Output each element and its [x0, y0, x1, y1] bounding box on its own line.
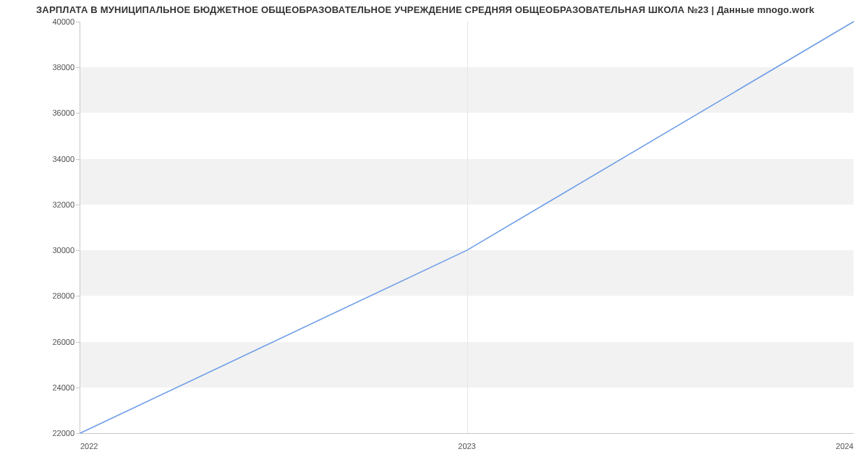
y-tick-label: 22000: [38, 429, 75, 437]
y-tick-label: 32000: [38, 200, 75, 209]
y-tick-label: 40000: [38, 17, 75, 26]
x-tick-label: 2022: [80, 442, 98, 450]
series-line: [80, 22, 854, 433]
x-tick-label: 2023: [458, 442, 475, 450]
line-layer: [80, 22, 854, 433]
y-tick-label: 24000: [38, 383, 75, 392]
y-tick-label: 38000: [38, 63, 75, 72]
y-tick-label: 30000: [38, 246, 75, 255]
plot-area: 2200024000260002800030000320003400036000…: [80, 22, 854, 434]
y-tick-label: 26000: [38, 338, 75, 346]
x-tick-label: 2024: [836, 442, 854, 450]
y-tick-label: 28000: [38, 291, 75, 300]
chart-container: ЗАРПЛАТА В МУНИЦИПАЛЬНОЕ БЮДЖЕТНОЕ ОБЩЕО…: [0, 0, 868, 470]
y-tick-label: 34000: [38, 155, 75, 163]
chart-title: ЗАРПЛАТА В МУНИЦИПАЛЬНОЕ БЮДЖЕТНОЕ ОБЩЕО…: [36, 4, 854, 15]
y-tick-label: 36000: [38, 108, 75, 117]
